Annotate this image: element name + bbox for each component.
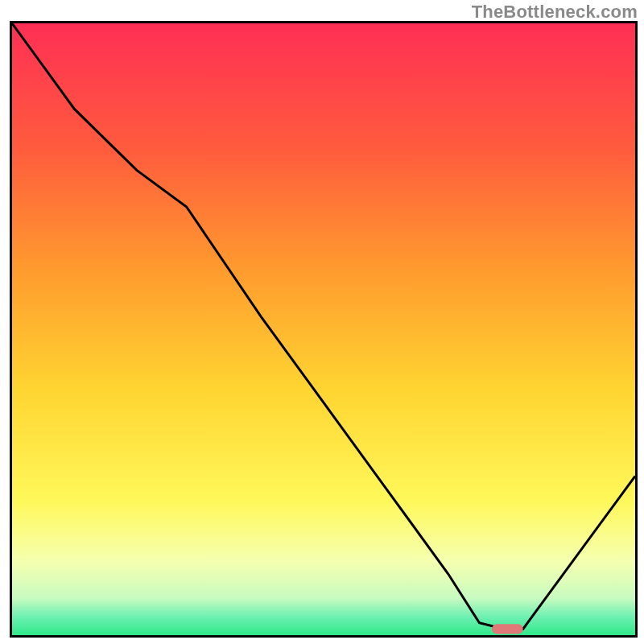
optimal-range-marker bbox=[492, 624, 523, 634]
chart-background-gradient bbox=[12, 23, 635, 635]
watermark-text: TheBottleneck.com bbox=[472, 2, 638, 23]
bottleneck-chart bbox=[10, 21, 638, 638]
chart-svg bbox=[12, 23, 635, 635]
